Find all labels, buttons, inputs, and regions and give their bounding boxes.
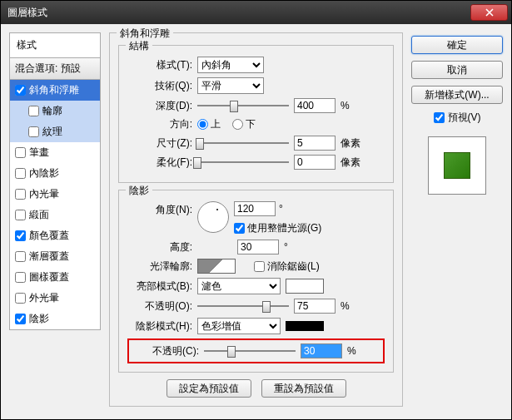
size-slider[interactable] <box>197 136 289 151</box>
close-button[interactable] <box>470 4 508 21</box>
effect-checkbox[interactable] <box>15 272 26 283</box>
new-style-button[interactable]: 新增樣式(W)... <box>411 86 503 104</box>
effect-item-3[interactable]: 筆畫 <box>10 142 100 163</box>
highlight-opacity-label: 不透明(O): <box>127 299 192 314</box>
shading-fieldset: 陰影 角度(N): ° 使用整體光源(G) 高度: <box>118 190 394 373</box>
soften-unit: 像素 <box>341 156 360 170</box>
shadow-mode-select[interactable]: 色彩增值 <box>197 318 281 334</box>
direction-up-radio[interactable] <box>197 119 208 130</box>
effect-checkbox[interactable] <box>15 168 26 179</box>
cancel-button[interactable]: 取消 <box>411 61 503 79</box>
effect-checkbox[interactable] <box>15 230 26 241</box>
effect-item-5[interactable]: 內光暈 <box>10 184 100 205</box>
effect-checkbox[interactable] <box>28 126 39 137</box>
soften-input[interactable] <box>294 155 336 170</box>
angle-input[interactable] <box>234 201 276 216</box>
depth-slider[interactable] <box>197 98 289 113</box>
highlight-color-swatch[interactable] <box>286 279 324 294</box>
effect-checkbox[interactable] <box>15 210 26 220</box>
gloss-contour-picker[interactable] <box>197 259 236 274</box>
highlight-mode-label: 亮部模式(B): <box>127 279 192 294</box>
effect-item-6[interactable]: 緞面 <box>10 205 100 225</box>
technique-select[interactable]: 平滑 <box>197 77 264 94</box>
effect-label: 筆畫 <box>29 146 49 160</box>
effect-checkbox[interactable] <box>15 147 26 158</box>
effect-checkbox[interactable] <box>15 85 26 96</box>
shadow-opacity-label: 不透明(C): <box>134 344 199 358</box>
shading-legend: 陰影 <box>126 184 152 198</box>
soften-slider[interactable] <box>197 155 289 170</box>
altitude-unit: ° <box>284 241 288 253</box>
effect-item-0[interactable]: 斜角和浮雕 <box>10 80 100 101</box>
global-light-checkbox[interactable]: 使用整體光源(G) <box>234 221 321 235</box>
layer-style-dialog: 圖層樣式 樣式 混合選項: 預設 斜角和浮雕輪廓紋理筆畫內陰影內光暈緞面顏色覆蓋… <box>0 0 512 420</box>
direction-label: 方向: <box>127 117 192 131</box>
highlight-mode-select[interactable]: 濾色 <box>197 278 281 294</box>
direction-down[interactable]: 下 <box>232 117 256 131</box>
effect-checkbox[interactable] <box>15 189 26 200</box>
highlight-opacity-input[interactable] <box>294 299 336 314</box>
ok-button[interactable]: 確定 <box>411 36 503 54</box>
titlebar[interactable]: 圖層樣式 <box>1 1 511 24</box>
effect-item-4[interactable]: 內陰影 <box>10 163 100 184</box>
effect-label: 紋理 <box>42 125 62 139</box>
effect-item-11[interactable]: 陰影 <box>10 309 100 329</box>
depth-label: 深度(D): <box>127 99 192 113</box>
altitude-input[interactable] <box>237 240 279 254</box>
effect-checkbox[interactable] <box>15 251 26 262</box>
close-icon <box>485 8 494 17</box>
effect-checkbox[interactable] <box>15 293 26 304</box>
effect-item-1[interactable]: 輪廓 <box>10 101 100 121</box>
window-title: 圖層樣式 <box>2 6 470 20</box>
reset-default-button[interactable]: 重設為預設值 <box>261 379 346 398</box>
effect-checkbox[interactable] <box>28 106 39 116</box>
angle-dial[interactable] <box>197 201 229 233</box>
size-label: 尺寸(Z): <box>127 136 192 151</box>
blend-options-header[interactable]: 混合選項: 預設 <box>9 58 101 80</box>
style-select[interactable]: 內斜角 <box>197 57 264 73</box>
effects-list: 斜角和浮雕輪廓紋理筆畫內陰影內光暈緞面顏色覆蓋漸層覆蓋圖樣覆蓋外光暈陰影 <box>9 80 101 330</box>
effect-label: 顏色覆蓋 <box>29 229 69 243</box>
highlighted-row: 不透明(C): % <box>127 338 385 363</box>
action-panel: 確定 取消 新增樣式(W)... 預視(V) <box>411 32 503 411</box>
shadow-opacity-input[interactable] <box>301 343 342 358</box>
structure-fieldset: 結構 樣式(T): 內斜角 技術(Q): 平滑 深度(D): % <box>118 45 394 183</box>
effect-label: 外光暈 <box>29 291 59 305</box>
effect-label: 內陰影 <box>29 166 59 180</box>
angle-label: 角度(N): <box>127 203 192 217</box>
effect-item-2[interactable]: 紋理 <box>10 121 100 142</box>
make-default-button[interactable]: 設定為預設值 <box>167 379 251 398</box>
effect-checkbox[interactable] <box>15 314 26 324</box>
highlight-opacity-slider[interactable] <box>197 299 289 314</box>
settings-panel: 斜角和浮雕 結構 樣式(T): 內斜角 技術(Q): 平滑 深度(D): <box>101 32 411 411</box>
shadow-opacity-slider[interactable] <box>204 343 296 358</box>
effect-item-7[interactable]: 顏色覆蓋 <box>10 225 100 246</box>
size-unit: 像素 <box>341 136 360 151</box>
effect-item-9[interactable]: 圖樣覆蓋 <box>10 267 100 288</box>
direction-down-radio[interactable] <box>232 119 243 130</box>
effect-label: 圖樣覆蓋 <box>29 270 69 284</box>
preview-checkbox[interactable]: 預視(V) <box>411 111 503 125</box>
effect-label: 漸層覆蓋 <box>29 250 69 264</box>
effect-label: 內光暈 <box>29 187 59 201</box>
depth-unit: % <box>341 100 350 111</box>
effect-label: 緞面 <box>29 208 49 222</box>
soften-label: 柔化(F): <box>127 156 192 170</box>
effect-label: 輪廓 <box>42 104 62 118</box>
style-label: 樣式(T): <box>127 58 192 72</box>
depth-input[interactable] <box>294 98 336 113</box>
anti-alias-checkbox[interactable]: 消除鋸齒(L) <box>254 259 320 274</box>
preview-swatch <box>428 136 486 195</box>
structure-legend: 結構 <box>126 39 152 53</box>
effect-item-10[interactable]: 外光暈 <box>10 288 100 309</box>
angle-unit: ° <box>279 203 283 215</box>
effect-item-8[interactable]: 漸層覆蓋 <box>10 246 100 267</box>
shadow-color-swatch[interactable] <box>286 321 324 331</box>
styles-header[interactable]: 樣式 <box>9 32 101 58</box>
gloss-contour-label: 光澤輪廓: <box>127 259 192 274</box>
direction-up[interactable]: 上 <box>197 117 221 131</box>
shadow-mode-label: 陰影模式(H): <box>127 319 192 334</box>
size-input[interactable] <box>294 136 336 151</box>
preview-square-icon <box>444 152 470 179</box>
effect-label: 陰影 <box>29 312 49 326</box>
